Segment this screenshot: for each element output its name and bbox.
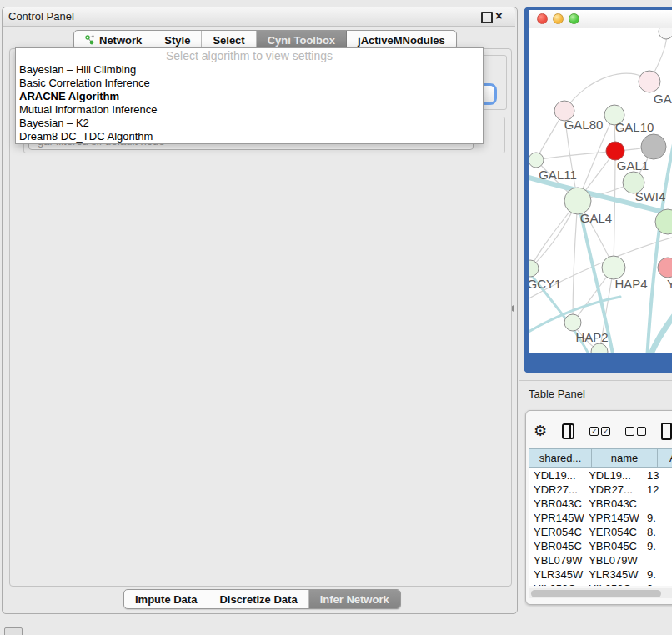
table-cell: YBR045C	[529, 539, 584, 553]
table-row[interactable]: YBR045CYBR045C9.	[529, 539, 672, 553]
network-canvas[interactable]: GALGAL80GAL10GAL1GAL11SWI4GAL4GCY1HAP4YH…	[529, 28, 672, 353]
network-node[interactable]	[602, 256, 625, 279]
network-edge[interactable]	[536, 151, 615, 160]
table-cell: YBR045C	[584, 539, 642, 553]
table-cell	[642, 553, 672, 568]
network-node-label: GCY1	[529, 277, 561, 291]
table-cell: YER054C	[529, 525, 584, 539]
popup-item[interactable]: Bayesian – K2	[16, 117, 483, 130]
table-toolbar: ⚙ ✓✓	[534, 417, 672, 445]
table-horizontal-scrollbar-thumb[interactable]	[531, 590, 661, 598]
document-icon[interactable]	[661, 422, 672, 440]
network-edge[interactable]	[573, 201, 578, 322]
column-header-shared-name[interactable]: shared...	[529, 449, 592, 467]
network-graph[interactable]: GALGAL80GAL10GAL1GAL11SWI4GAL4GCY1HAP4YH…	[529, 28, 672, 353]
table-cell: YIL052C	[584, 582, 642, 586]
table-cell: 9.	[642, 539, 672, 553]
tab-infer-network[interactable]: Infer Network	[309, 590, 400, 608]
table-panel-divider	[519, 380, 672, 381]
table-cell: YDR27...	[584, 482, 642, 497]
network-node[interactable]	[606, 142, 624, 160]
network-edge[interactable]	[614, 151, 615, 268]
tab-network[interactable]: Network	[74, 31, 153, 49]
network-node-label: GAL11	[539, 168, 577, 182]
table-row[interactable]: YIL052CYIL052C9.	[529, 582, 672, 586]
network-icon	[85, 35, 95, 45]
table-cell: YIL052C	[529, 582, 584, 586]
network-node-label: SWI4	[635, 189, 666, 203]
column-header-third[interactable]: A	[658, 449, 672, 467]
column-header-name[interactable]: name	[592, 449, 658, 467]
control-panel-title: Control Panel	[8, 10, 74, 22]
table-cell: YDL19...	[529, 468, 584, 482]
network-edge[interactable]	[564, 73, 649, 111]
table-cell: YBL079W	[584, 553, 642, 568]
table-cell: 8.	[642, 525, 672, 539]
network-node-label: HAP2	[575, 330, 608, 344]
deselect-all-checkboxes-icon[interactable]	[625, 427, 646, 436]
tab-network-label: Network	[99, 34, 142, 47]
network-node[interactable]	[564, 314, 581, 331]
popup-item[interactable]: ARACNE Algorithm	[16, 90, 483, 103]
table-row[interactable]: YDR27...YDR27...12	[529, 482, 672, 497]
table-row[interactable]: YER054CYER054C8.	[529, 525, 672, 539]
network-node[interactable]	[529, 260, 539, 277]
table-row[interactable]: YDL19...YDL19...13	[529, 468, 672, 482]
close-traffic-light[interactable]	[537, 13, 548, 24]
network-node[interactable]	[529, 152, 544, 168]
network-node-label: Y	[667, 277, 672, 291]
tab-style[interactable]: Style	[153, 31, 202, 49]
network-node-label: GAL	[654, 92, 672, 106]
network-node[interactable]	[591, 343, 608, 353]
table-cell: 9.	[642, 511, 672, 525]
algorithm-popup-placeholder: Select algorithm to view settings	[16, 48, 483, 63]
table-cell: YLR345W	[584, 568, 642, 582]
network-node[interactable]	[659, 28, 672, 39]
table-cell: YBR043C	[529, 497, 584, 511]
table-panel-title: Table Panel	[529, 388, 585, 400]
application-root: Control Panel × Network Style Select Cyn…	[0, 0, 672, 635]
table-row[interactable]: YLR345WYLR345W9.	[529, 568, 672, 582]
table-row[interactable]: YBL079WYBL079W	[529, 553, 672, 568]
control-panel-titlebar[interactable]	[3, 8, 515, 27]
bottom-tabs: Impute Data Discretize Data Infer Networ…	[123, 589, 401, 609]
table-cell	[642, 497, 672, 511]
popup-item[interactable]: Mutual Information Inference	[16, 103, 483, 117]
network-window-titlebar[interactable]	[529, 10, 672, 29]
tab-cyni-toolbox[interactable]: Cyni Toolbox	[257, 31, 347, 49]
network-node[interactable]	[639, 71, 660, 92]
minimize-traffic-light[interactable]	[553, 13, 564, 24]
tab-select[interactable]: Select	[202, 31, 256, 49]
table-cell: YPR145W	[584, 511, 642, 525]
network-node[interactable]	[641, 134, 666, 159]
table-cell: YDR27...	[529, 482, 584, 497]
columns-icon[interactable]	[562, 423, 574, 439]
table-cell: 12	[642, 482, 672, 497]
popup-item[interactable]: Bayesian – Hill Climbing	[16, 63, 483, 77]
popup-item[interactable]: Dream8 DC_TDC Algorithm	[16, 130, 483, 143]
tab-impute-data[interactable]: Impute Data	[124, 590, 208, 608]
tab-discretize-data[interactable]: Discretize Data	[208, 590, 308, 608]
select-all-checkboxes-icon[interactable]: ✓✓	[589, 427, 610, 436]
table-cell: YBL079W	[529, 553, 584, 568]
float-window-icon[interactable]	[481, 12, 493, 23]
tab-jactivemnodules[interactable]: jActiveMNodules	[347, 31, 456, 49]
table-cell: YLR345W	[529, 568, 584, 582]
minimized-panel-button[interactable]	[4, 628, 23, 635]
popup-item[interactable]: Basic Correlation Inference	[16, 77, 483, 90]
close-icon[interactable]: ×	[495, 8, 503, 22]
network-node-label: GAL4	[580, 211, 612, 225]
network-node[interactable]	[658, 258, 672, 278]
table-row[interactable]: YBR043CYBR043C	[529, 497, 672, 511]
table-cell: YER054C	[584, 525, 642, 539]
algorithm-popup-list: Bayesian – Hill ClimbingBasic Correlatio…	[16, 63, 483, 143]
algorithm-popup: Select algorithm to view settings Bayesi…	[15, 48, 484, 144]
network-node-label: GAL10	[615, 120, 654, 134]
table-header-row: shared... name A	[529, 448, 672, 468]
table-row[interactable]: YPR145WYPR145W9.	[529, 511, 672, 525]
network-node-label: HAP4	[614, 277, 647, 291]
table-cell: YDL19...	[584, 468, 642, 482]
gear-icon[interactable]: ⚙	[534, 423, 547, 438]
table-cell: 9.	[642, 568, 672, 582]
zoom-traffic-light[interactable]	[569, 13, 579, 24]
